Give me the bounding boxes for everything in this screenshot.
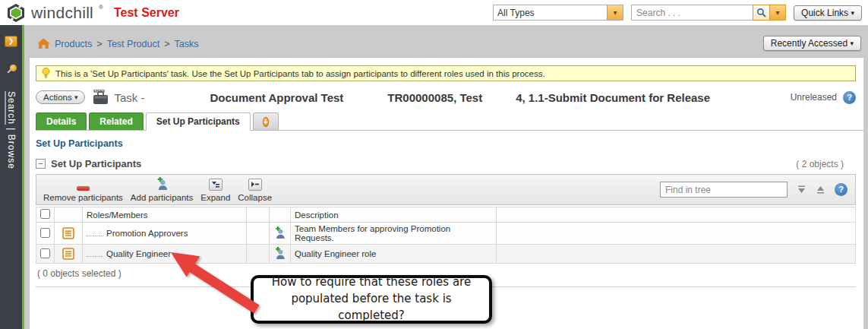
pin-head <box>10 65 17 71</box>
row-checkbox[interactable] <box>40 248 50 258</box>
select-all-checkbox[interactable] <box>40 209 50 219</box>
toolbar-right-group: ? <box>660 182 852 198</box>
tree-connector <box>87 234 103 236</box>
top-search-controls: All Types ▾ ▾ Quick Links ▾ <box>493 5 862 21</box>
tab-set-up-participants[interactable]: Set Up Participants <box>146 112 251 131</box>
actions-label: Actions <box>43 93 72 102</box>
role-description: Team Members for approving Promotion Req… <box>291 223 497 245</box>
logo-registered-mark: ® <box>99 4 103 11</box>
breadcrumb-link-tasks[interactable]: Tasks <box>174 39 198 49</box>
type-filter-chevron-icon[interactable]: ▾ <box>607 5 623 20</box>
type-filter-select[interactable]: All Types ▾ <box>493 5 623 21</box>
help-icon[interactable]: ? <box>835 183 847 196</box>
role-description: Quality Engineer role <box>291 245 497 264</box>
server-name-label: Test Server <box>114 6 179 20</box>
add-tab-button[interactable]: + <box>253 112 279 130</box>
tab-details[interactable]: Details <box>36 112 87 130</box>
help-icon[interactable]: ? <box>843 91 856 104</box>
tab-related[interactable]: Related <box>89 112 143 130</box>
object-type-label: Task - <box>114 91 144 104</box>
pin-icon[interactable] <box>5 64 17 76</box>
role-icon <box>62 227 74 239</box>
task-title-part-2: TR00000085, Test <box>387 91 482 104</box>
windchill-logo: windchill ® <box>6 3 103 23</box>
top-header-bar: windchill ® Test Server All Types ▾ ▾ Qu… <box>0 0 868 25</box>
chevron-down-icon: ▾ <box>850 40 854 47</box>
annotation-text: How to require that these roles are popu… <box>263 274 480 324</box>
left-navigation-sidebar: ❯ Search | Browse <box>0 25 24 329</box>
type-filter-value: All Types <box>494 5 607 20</box>
expand-button[interactable]: Expand <box>197 175 234 204</box>
home-icon[interactable] <box>37 38 50 49</box>
annotation-callout: How to require that these roles are popu… <box>251 275 492 324</box>
row-checkbox[interactable] <box>40 228 50 238</box>
section-collapse-icon[interactable]: − <box>36 159 46 169</box>
browse-link: Browse <box>6 134 17 169</box>
tree-connector <box>87 255 103 257</box>
search-submit-button[interactable] <box>753 5 770 21</box>
role-icon <box>62 248 74 260</box>
participants-toolbar: Remove participants Add participants Exp… <box>36 174 856 205</box>
find-previous-icon[interactable] <box>816 185 825 195</box>
page-title: Set Up Participants <box>36 138 123 149</box>
lifecycle-status-label: Unreleased <box>791 92 837 103</box>
task-title-part-1: Document Approval Test <box>210 91 343 104</box>
task-notice-text: This is a 'Set Up Participants' task. Us… <box>55 69 545 78</box>
recently-accessed-button[interactable]: Recently Accessed ▾ <box>763 36 861 51</box>
search-input[interactable] <box>631 5 753 21</box>
breadcrumb: Products > Test Product > Tasks <box>37 38 198 49</box>
collapse-icon <box>248 179 262 191</box>
tab-bar: Details Related Set Up Participants + <box>36 112 863 131</box>
breadcrumb-link-products[interactable]: Products <box>55 39 92 49</box>
column-header-roles[interactable]: Roles/Members <box>83 207 247 223</box>
actions-menu-button[interactable]: Actions ▾ <box>36 90 85 104</box>
expand-icon <box>209 179 223 191</box>
object-count-label: ( 2 objects ) <box>796 159 844 169</box>
section-header: − Set Up Participants ( 2 objects ) <box>36 158 844 169</box>
quick-links-button[interactable]: Quick Links ▾ <box>794 5 862 21</box>
add-participants-button[interactable]: Add participants <box>127 175 197 204</box>
remove-minus-icon <box>77 186 90 191</box>
add-participant-icon[interactable] <box>273 247 286 260</box>
breadcrumb-band: Products > Test Product > Tasks Recently… <box>27 25 868 57</box>
search-link-accel: Search <box>6 91 17 125</box>
add-participant-icon[interactable] <box>273 226 286 239</box>
nav-divider: | <box>6 125 17 134</box>
search-icon <box>756 8 766 17</box>
breadcrumb-separator: > <box>164 39 169 49</box>
table-row-promotion-approvers[interactable]: Promotion Approvers Team Members for app… <box>36 223 856 245</box>
logo-wordmark: windchill <box>31 4 93 22</box>
remove-participants-button[interactable]: Remove participants <box>39 175 127 204</box>
chevron-down-icon: ▾ <box>851 9 854 17</box>
remove-participants-label: Remove participants <box>43 193 123 202</box>
expand-label: Expand <box>200 193 230 202</box>
task-icon <box>93 90 109 105</box>
lightbulb-icon <box>42 68 50 79</box>
task-notice-banner: This is a 'Set Up Participants' task. Us… <box>36 65 856 81</box>
windchill-logo-icon <box>6 3 26 23</box>
find-in-tree-input[interactable] <box>660 182 788 198</box>
breadcrumb-separator: > <box>96 39 102 49</box>
task-title-part-3: 4, 1.1-Submit Document for Release <box>516 91 710 104</box>
add-participants-label: Add participants <box>131 193 193 202</box>
collapse-button[interactable]: Collapse <box>234 175 276 204</box>
recently-accessed-label: Recently Accessed <box>771 38 847 49</box>
annotation-arrow <box>156 249 270 318</box>
add-participant-icon <box>155 177 169 191</box>
table-header-row: Roles/Members Description <box>36 207 856 223</box>
collapse-label: Collapse <box>238 193 272 202</box>
role-name[interactable]: Promotion Approvers <box>106 229 188 238</box>
task-header-row: Actions ▾ Task - Document Approval Test … <box>36 87 856 108</box>
column-header-description[interactable]: Description <box>291 207 497 223</box>
global-search: ▾ <box>631 5 786 21</box>
section-title: Set Up Participants <box>51 158 141 169</box>
search-options-chevron-icon[interactable]: ▾ <box>770 5 786 21</box>
expand-panel-icon[interactable]: ❯ <box>5 36 17 47</box>
chevron-down-icon: ▾ <box>74 93 78 101</box>
status-area: Unreleased ? <box>791 91 856 104</box>
plus-icon: + <box>263 117 269 127</box>
sidebar-search-browse-link[interactable]: Search | Browse <box>6 91 17 169</box>
quick-links-label: Quick Links <box>801 8 848 18</box>
breadcrumb-link-test-product[interactable]: Test Product <box>107 39 159 49</box>
find-next-icon[interactable] <box>797 185 806 195</box>
